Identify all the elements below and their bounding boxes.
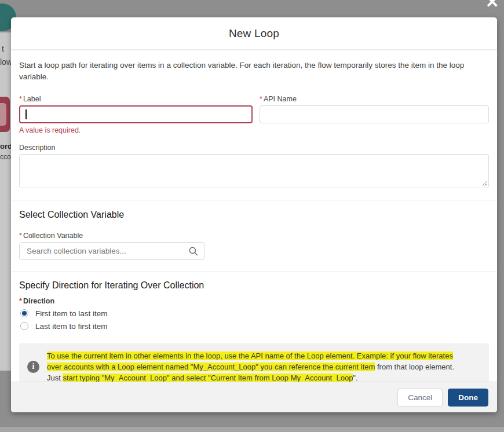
text-caret [25, 109, 27, 119]
modal-header: New Loop [11, 17, 497, 50]
label-field-group: *Label A value is required. [19, 95, 253, 134]
dimmed-canvas-strip [0, 32, 11, 371]
canvas-label-fragment: t [2, 44, 4, 53]
label-field-label-text: Label [23, 95, 41, 103]
info-line-3: Just start typing "My_Account_Loop" and … [47, 372, 454, 382]
cancel-button[interactable]: Cancel [397, 389, 443, 407]
radio-first-to-last[interactable]: First item to last item [19, 309, 489, 318]
highlighted-text: over accounts with a Loop element named … [47, 363, 375, 371]
info-line-1: To use the current item in other element… [47, 350, 454, 361]
required-asterisk: * [19, 297, 22, 305]
search-placeholder: Search collection variables... [27, 247, 126, 255]
record-node-icon [0, 97, 10, 132]
description-field-group: Description [19, 144, 489, 188]
done-button[interactable]: Done [448, 389, 488, 407]
direction-section-heading: Specify Direction for Iterating Over Col… [19, 280, 489, 291]
canvas-bottom-strip [0, 427, 504, 432]
description-textarea[interactable] [19, 154, 489, 188]
collection-variable-label-text: Collection Variable [23, 232, 83, 240]
canvas-label-fragment: cco [0, 153, 11, 161]
api-name-input[interactable] [260, 105, 489, 123]
search-icon [188, 246, 199, 257]
highlighted-text: start typing "My_Account_Loop" and selec… [63, 374, 353, 382]
info-box: i To use the current item in other eleme… [19, 343, 489, 382]
required-asterisk: * [19, 95, 22, 103]
collection-section-heading: Select Collection Variable [19, 210, 489, 220]
required-asterisk: * [19, 232, 22, 240]
label-input[interactable] [19, 105, 253, 123]
section-divider [11, 200, 497, 200]
radio-button-icon [20, 322, 28, 330]
label-error-message: A value is required. [19, 126, 253, 134]
description-field-label: Description [19, 144, 489, 152]
info-icon: i [27, 361, 39, 373]
api-name-field-label: *API Name [260, 95, 489, 103]
collection-search-input[interactable]: Search collection variables... [19, 242, 204, 260]
canvas-label-fragment: ord [0, 142, 12, 151]
collection-variable-field-group: *Collection Variable Search collection v… [19, 232, 489, 260]
description-field-label-text: Description [19, 144, 56, 152]
modal-footer: Cancel Done [11, 382, 497, 412]
plain-text: Just [47, 374, 63, 382]
radio-button-icon [20, 309, 28, 317]
info-line-2: over accounts with a Loop element named … [47, 361, 454, 372]
label-field-label: *Label [19, 95, 253, 103]
highlighted-text: To use the current item in other element… [47, 352, 453, 360]
required-asterisk: * [260, 95, 262, 103]
radio-last-to-first-label: Last item to first item [35, 322, 108, 331]
collection-variable-label: *Collection Variable [19, 232, 489, 240]
close-icon[interactable]: ✕ [485, 0, 499, 10]
modal-body: Start a loop path for iterating over ite… [11, 50, 497, 382]
direction-field-label: *Direction [19, 297, 489, 305]
direction-field-label-text: Direction [23, 297, 54, 305]
radio-first-to-last-label: First item to last item [35, 309, 108, 318]
api-name-field-label-text: API Name [264, 95, 297, 103]
plain-text: ". [353, 374, 357, 382]
intro-text: Start a loop path for iterating over ite… [19, 60, 489, 83]
record-node-icon-inner [0, 103, 6, 126]
new-loop-modal: New Loop Start a loop path for iterating… [11, 17, 497, 412]
section-divider [11, 272, 497, 272]
label-apiname-row: *Label A value is required. *API Name [19, 95, 489, 134]
plain-text: from that loop element. [375, 363, 454, 371]
resize-grip-icon[interactable] [481, 180, 487, 186]
modal-title: New Loop [229, 27, 279, 40]
canvas-label-fragment: low [0, 57, 12, 67]
info-text: To use the current item in other element… [47, 350, 454, 382]
api-name-field-group: *API Name [260, 95, 489, 134]
radio-dot [22, 311, 27, 316]
radio-last-to-first[interactable]: Last item to first item [19, 322, 489, 331]
